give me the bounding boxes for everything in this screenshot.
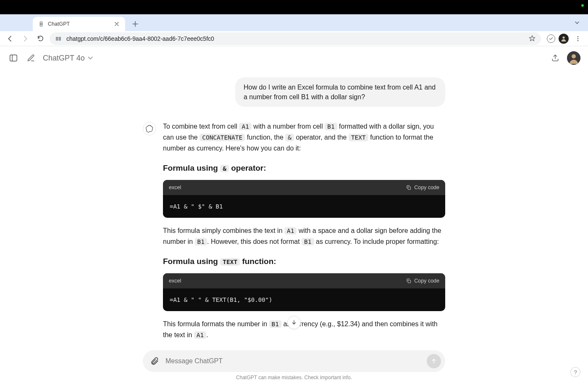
section-heading: Formula using TEXT function: bbox=[163, 255, 445, 268]
app-header: ChatGPT 4o bbox=[0, 46, 588, 70]
svg-point-5 bbox=[562, 36, 564, 38]
scroll-to-bottom-button[interactable] bbox=[287, 316, 301, 329]
svg-rect-9 bbox=[10, 55, 17, 61]
assistant-message-row: To combine text from cell A1 with a numb… bbox=[143, 121, 445, 346]
svg-point-6 bbox=[578, 36, 579, 37]
inline-code: B1 bbox=[195, 238, 207, 246]
model-label: ChatGPT 4o bbox=[43, 54, 85, 63]
camera-indicator bbox=[581, 4, 584, 7]
assistant-avatar bbox=[143, 122, 156, 135]
message-input[interactable] bbox=[165, 357, 422, 365]
reload-button[interactable] bbox=[34, 33, 46, 45]
section-heading: Formula using & operator: bbox=[163, 162, 445, 174]
svg-rect-1 bbox=[56, 37, 58, 38]
address-bar[interactable]: chatgpt.com/c/66eab6c6-9aa4-8002-aad6-7c… bbox=[50, 32, 541, 45]
chrome-profile-avatar[interactable] bbox=[559, 34, 569, 44]
inline-code: & bbox=[285, 134, 294, 141]
site-info-icon[interactable] bbox=[55, 35, 62, 42]
inline-code: A1 bbox=[284, 227, 297, 235]
attach-button[interactable] bbox=[149, 355, 160, 367]
assistant-paragraph: This formula simply combines the text in… bbox=[163, 225, 445, 247]
copy-code-button[interactable]: Copy code bbox=[406, 183, 439, 192]
back-button[interactable] bbox=[4, 33, 16, 45]
code-language: excel bbox=[169, 277, 181, 285]
address-row: chatgpt.com/c/66eab6c6-9aa4-8002-aad6-7c… bbox=[0, 31, 588, 46]
assistant-paragraph: This formula formats the number in B1 as… bbox=[163, 319, 445, 340]
inline-code: CONCATENATE bbox=[200, 134, 245, 141]
openai-favicon bbox=[38, 21, 45, 27]
code-language: excel bbox=[169, 183, 181, 192]
assistant-paragraph: To combine text from cell A1 with a numb… bbox=[163, 121, 445, 153]
user-message-row: How do I write an Excel formula to combi… bbox=[143, 77, 445, 107]
code-block: excel Copy code =A1 & " " & TEXT(B1, "$0… bbox=[163, 273, 445, 311]
inline-code: B1 bbox=[302, 238, 314, 246]
inline-code: TEXT bbox=[349, 134, 368, 141]
share-button[interactable] bbox=[549, 52, 561, 64]
code-header: excel Copy code bbox=[163, 273, 445, 288]
disclaimer-text: ChatGPT can make mistakes. Check importa… bbox=[236, 375, 352, 380]
extension-icon[interactable] bbox=[547, 34, 555, 43]
tab-strip: ChatGPT bbox=[0, 14, 588, 31]
copy-icon bbox=[406, 278, 412, 284]
inline-code: & bbox=[220, 165, 229, 172]
composer bbox=[143, 350, 445, 372]
inline-code: B1 bbox=[269, 320, 281, 328]
user-message: How do I write an Excel formula to combi… bbox=[235, 77, 445, 107]
code-header: excel Copy code bbox=[163, 180, 445, 195]
close-tab-icon[interactable] bbox=[113, 21, 120, 27]
tabs-dropdown-button[interactable] bbox=[571, 17, 583, 29]
new-tab-button[interactable] bbox=[129, 18, 141, 30]
composer-area: ChatGPT can make mistakes. Check importa… bbox=[0, 347, 588, 383]
toolbar-right bbox=[547, 33, 584, 45]
inline-code: A1 bbox=[194, 331, 206, 339]
code-body: =A1 & " $" & B1 bbox=[163, 195, 445, 218]
chrome-menu-icon[interactable] bbox=[572, 33, 584, 45]
bookmark-icon[interactable] bbox=[528, 35, 536, 42]
conversation-scroll[interactable]: How do I write an Excel formula to combi… bbox=[0, 70, 588, 383]
inline-code: TEXT bbox=[220, 258, 240, 266]
os-titlebar bbox=[0, 0, 588, 14]
svg-point-12 bbox=[572, 54, 576, 58]
chatgpt-app: ChatGPT 4o How do I write an Excel formu… bbox=[0, 46, 588, 383]
browser-tab[interactable]: ChatGPT bbox=[33, 17, 125, 31]
tab-title: ChatGPT bbox=[48, 21, 110, 27]
svg-point-7 bbox=[578, 38, 579, 39]
svg-rect-3 bbox=[56, 39, 58, 40]
code-body: =A1 & " " & TEXT(B1, "$0.00") bbox=[163, 288, 445, 311]
user-avatar[interactable] bbox=[567, 51, 580, 65]
help-button[interactable]: ? bbox=[570, 367, 580, 377]
svg-rect-13 bbox=[408, 187, 410, 189]
chevron-down-icon bbox=[87, 55, 93, 61]
assistant-message: To combine text from cell A1 with a numb… bbox=[163, 121, 445, 346]
copy-code-button[interactable]: Copy code bbox=[406, 277, 439, 285]
svg-point-8 bbox=[578, 40, 579, 41]
inline-code: B1 bbox=[325, 123, 337, 130]
inline-code: A1 bbox=[239, 123, 251, 130]
forward-button[interactable] bbox=[19, 33, 31, 45]
browser-chrome: ChatGPT chatgpt.com/c/66eab6c6-9aa4-8002… bbox=[0, 14, 588, 46]
new-chat-button[interactable] bbox=[25, 52, 37, 64]
url-text: chatgpt.com/c/66eab6c6-9aa4-8002-aad6-7c… bbox=[66, 35, 524, 42]
svg-rect-2 bbox=[59, 37, 60, 38]
svg-rect-14 bbox=[408, 280, 410, 283]
toggle-sidebar-button[interactable] bbox=[8, 52, 19, 64]
code-block: excel Copy code =A1 & " $" & B1 bbox=[163, 180, 445, 218]
svg-rect-4 bbox=[59, 39, 60, 40]
send-button[interactable] bbox=[427, 354, 441, 368]
model-selector[interactable]: ChatGPT 4o bbox=[43, 54, 93, 63]
copy-icon bbox=[406, 185, 412, 190]
